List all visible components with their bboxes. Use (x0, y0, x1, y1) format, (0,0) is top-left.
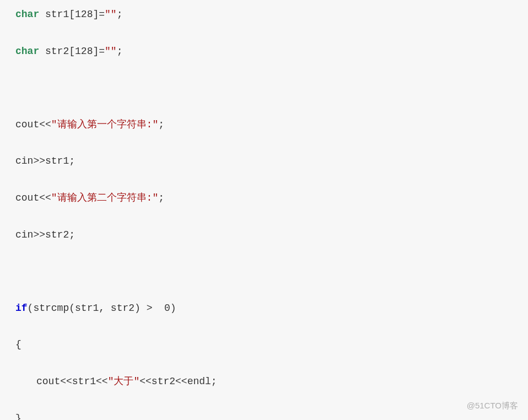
watermark-text: @51CTO博客 (467, 398, 518, 413)
keyword-char: char (15, 46, 39, 57)
brace: } (15, 410, 513, 420)
brace: { (15, 336, 513, 354)
code-line: cin>>str2; (15, 226, 513, 244)
code-line: char str2[128]=""; (15, 42, 513, 61)
string-literal: "" (105, 46, 117, 57)
code-block: char str1[128]=""; char str2[128]=""; co… (15, 6, 513, 420)
keyword-char: char (15, 9, 39, 20)
code-line: cin>>str1; (15, 152, 513, 170)
code-blank (15, 262, 513, 281)
string-literal: "大于" (108, 376, 140, 387)
code-line: char str1[128]=""; (15, 6, 513, 24)
code-line: if(strcmp(str1, str2) > 0) (15, 299, 513, 317)
code-blank (15, 79, 513, 97)
string-literal: "请输入第二个字符串:" (51, 192, 158, 203)
keyword-if: if (15, 303, 28, 314)
string-literal: "请输入第一个字符串:" (51, 119, 158, 130)
code-line: cout<<"请输入第一个字符串:"; (15, 116, 513, 134)
code-line: cout<<str1<<"大于"<<str2<<endl; (15, 373, 513, 391)
string-literal: "" (105, 9, 117, 20)
code-line: cout<<"请输入第二个字符串:"; (15, 189, 513, 207)
